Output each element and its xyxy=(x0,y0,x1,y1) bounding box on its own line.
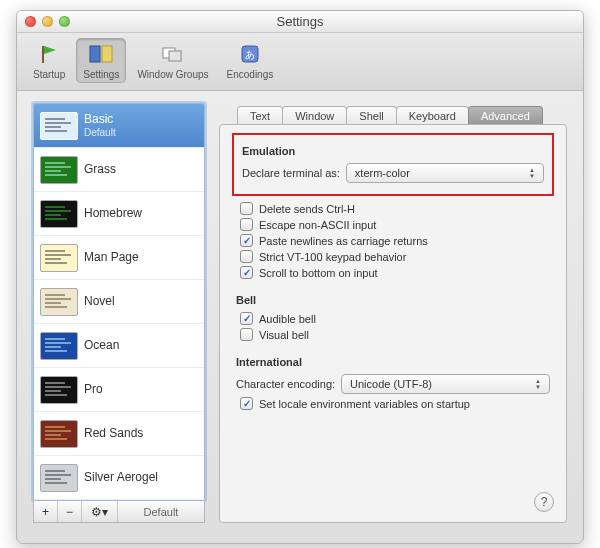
set-default-button[interactable]: Default xyxy=(118,501,204,522)
tab-window[interactable]: Window xyxy=(282,106,347,125)
profile-thumb xyxy=(40,332,78,360)
bell-opt-checkbox-0[interactable] xyxy=(240,312,253,325)
toolbar-window-groups-label: Window Groups xyxy=(137,69,208,80)
bell-opt-row-0: Audible bell xyxy=(236,312,550,325)
tab-text[interactable]: Text xyxy=(237,106,283,125)
toolbar-settings-label: Settings xyxy=(83,69,119,80)
profile-item-red-sands[interactable]: Red Sands xyxy=(34,412,204,456)
profile-item-grass[interactable]: Grass xyxy=(34,148,204,192)
tabs-row: TextWindowShellKeyboardAdvanced xyxy=(219,103,567,125)
emulation-opt-label-0: Delete sends Ctrl-H xyxy=(259,203,355,215)
setlocale-label: Set locale environment variables on star… xyxy=(259,398,470,410)
titlebar: Settings xyxy=(17,11,583,33)
setlocale-checkbox[interactable] xyxy=(240,397,253,410)
emulation-opt-label-1: Escape non-ASCII input xyxy=(259,219,376,231)
svg-rect-4 xyxy=(169,51,181,61)
profile-name: Silver Aerogel xyxy=(84,470,158,484)
profile-item-novel[interactable]: Novel xyxy=(34,280,204,324)
emulation-opt-row-2: Paste newlines as carriage returns xyxy=(236,234,550,247)
encoding-select[interactable]: Unicode (UTF-8) ▲▼ xyxy=(341,374,550,394)
emulation-opt-row-3: Strict VT-100 keypad behavior xyxy=(236,250,550,263)
declare-terminal-label: Declare terminal as: xyxy=(242,167,340,179)
toolbar-window-groups[interactable]: Window Groups xyxy=(131,39,214,82)
toolbar-startup-label: Startup xyxy=(33,69,65,80)
emulation-opt-checkbox-0[interactable] xyxy=(240,202,253,215)
bell-heading: Bell xyxy=(236,294,550,306)
profile-thumb xyxy=(40,376,78,404)
bell-options: Audible bellVisual bell xyxy=(236,312,550,341)
settings-window: Settings Startup Settings Window Groups … xyxy=(16,10,584,544)
profile-name: Man Page xyxy=(84,250,139,264)
declare-terminal-row: Declare terminal as: xterm-color ▲▼ xyxy=(242,163,544,183)
profile-thumb xyxy=(40,420,78,448)
bell-opt-label-1: Visual bell xyxy=(259,329,309,341)
tab-shell[interactable]: Shell xyxy=(346,106,396,125)
profile-thumb xyxy=(40,112,78,140)
emulation-highlight: Emulation Declare terminal as: xterm-col… xyxy=(232,133,554,196)
profile-name: Red Sands xyxy=(84,426,143,440)
profile-sublabel: Default xyxy=(84,127,116,139)
emulation-opt-checkbox-1[interactable] xyxy=(240,218,253,231)
encodings-icon: あ xyxy=(236,41,264,67)
select-arrows-icon: ▲▼ xyxy=(531,375,545,393)
emulation-opt-row-4: Scroll to bottom on input xyxy=(236,266,550,279)
sidebar-footer: + − ⚙▾ Default xyxy=(33,501,205,523)
sidebar: BasicDefaultGrassHomebrewMan PageNovelOc… xyxy=(33,103,205,523)
emulation-opt-row-1: Escape non-ASCII input xyxy=(236,218,550,231)
emulation-opt-checkbox-4[interactable] xyxy=(240,266,253,279)
toolbar-startup[interactable]: Startup xyxy=(27,39,71,82)
svg-rect-1 xyxy=(90,46,100,62)
emulation-opt-row-0: Delete sends Ctrl-H xyxy=(236,202,550,215)
flag-icon xyxy=(35,41,63,67)
svg-text:あ: あ xyxy=(245,49,255,60)
profile-item-ocean[interactable]: Ocean xyxy=(34,324,204,368)
profile-name: Ocean xyxy=(84,338,119,352)
settings-icon xyxy=(87,41,115,67)
select-arrows-icon: ▲▼ xyxy=(525,164,539,182)
emulation-options: Delete sends Ctrl-HEscape non-ASCII inpu… xyxy=(236,202,550,279)
profile-thumb xyxy=(40,244,78,272)
profile-name: Basic xyxy=(84,112,116,126)
emulation-heading: Emulation xyxy=(242,145,544,157)
bell-opt-row-1: Visual bell xyxy=(236,328,550,341)
encoding-row: Character encoding: Unicode (UTF-8) ▲▼ xyxy=(236,374,550,394)
emulation-opt-checkbox-2[interactable] xyxy=(240,234,253,247)
declare-terminal-value: xterm-color xyxy=(355,167,410,179)
tab-advanced[interactable]: Advanced xyxy=(468,106,543,125)
profile-item-man-page[interactable]: Man Page xyxy=(34,236,204,280)
profile-item-silver-aerogel[interactable]: Silver Aerogel xyxy=(34,456,204,500)
tab-keyboard[interactable]: Keyboard xyxy=(396,106,469,125)
declare-terminal-select[interactable]: xterm-color ▲▼ xyxy=(346,163,544,183)
profile-item-pro[interactable]: Pro xyxy=(34,368,204,412)
advanced-pane: Emulation Declare terminal as: xterm-col… xyxy=(219,124,567,523)
window-title: Settings xyxy=(17,14,583,29)
help-button[interactable]: ? xyxy=(534,492,554,512)
profile-name: Grass xyxy=(84,162,116,176)
encoding-value: Unicode (UTF-8) xyxy=(350,378,432,390)
profile-thumb xyxy=(40,464,78,492)
emulation-opt-label-2: Paste newlines as carriage returns xyxy=(259,235,428,247)
profile-list[interactable]: BasicDefaultGrassHomebrewMan PageNovelOc… xyxy=(33,103,205,501)
international-heading: International xyxy=(236,356,550,368)
profile-name: Pro xyxy=(84,382,103,396)
profile-actions-button[interactable]: ⚙▾ xyxy=(82,501,118,522)
bell-opt-label-0: Audible bell xyxy=(259,313,316,325)
toolbar-encodings-label: Encodings xyxy=(227,69,274,80)
toolbar: Startup Settings Window Groups あ Encodin… xyxy=(17,33,583,91)
emulation-opt-label-3: Strict VT-100 keypad behavior xyxy=(259,251,406,263)
toolbar-encodings[interactable]: あ Encodings xyxy=(221,39,280,82)
emulation-opt-checkbox-3[interactable] xyxy=(240,250,253,263)
window-groups-icon xyxy=(159,41,187,67)
setlocale-row: Set locale environment variables on star… xyxy=(236,397,550,410)
encoding-label: Character encoding: xyxy=(236,378,335,390)
toolbar-settings[interactable]: Settings xyxy=(77,39,125,82)
bell-opt-checkbox-1[interactable] xyxy=(240,328,253,341)
svg-rect-2 xyxy=(102,46,112,62)
add-profile-button[interactable]: + xyxy=(34,501,58,522)
main-area: TextWindowShellKeyboardAdvanced Emulatio… xyxy=(219,103,567,523)
remove-profile-button[interactable]: − xyxy=(58,501,82,522)
profile-thumb xyxy=(40,156,78,184)
profile-name: Novel xyxy=(84,294,115,308)
profile-item-homebrew[interactable]: Homebrew xyxy=(34,192,204,236)
profile-item-basic[interactable]: BasicDefault xyxy=(34,104,204,148)
